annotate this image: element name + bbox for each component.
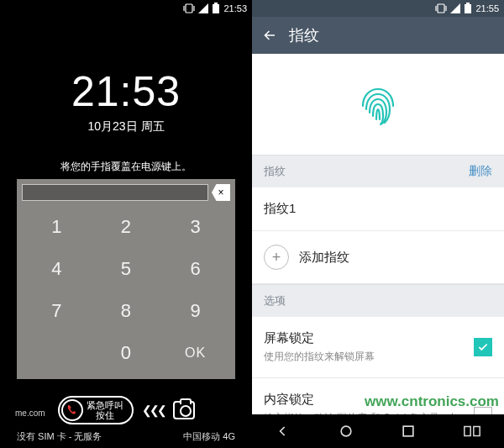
section-header-options: 选项 [252,284,504,317]
key-1[interactable]: 1 [22,206,92,248]
screen-lock-sub: 使用您的指纹来解锁屏幕 [264,350,464,364]
key-3[interactable]: 3 [160,206,230,248]
key-9[interactable]: 9 [160,290,230,332]
emergency-line1: 紧急呼叫 [87,400,123,410]
svg-rect-8 [465,4,471,13]
key-6[interactable]: 6 [160,248,230,290]
clock-date: 10月23日 周五 [0,119,252,134]
svg-rect-12 [465,427,470,436]
nav-back-icon[interactable] [275,423,291,440]
fingerprint-illustration [252,54,504,155]
sim-right: 中国移动 4G [183,430,235,443]
numeric-keypad: 1 2 3 4 5 6 7 8 9 0 OK [22,206,230,374]
vibrate-icon [435,3,447,13]
signal-icon [450,3,460,13]
screen-lock-title: 屏幕锁定 [264,330,464,346]
status-time: 21:53 [223,3,247,13]
key-7[interactable]: 7 [22,290,92,332]
status-bar-left: 21:53 [0,0,252,17]
key-8[interactable]: 8 [92,290,161,332]
nav-bar [252,414,504,448]
vibrate-icon [183,3,195,13]
nav-recent-icon[interactable] [400,423,417,440]
battery-icon [464,3,472,14]
fingerprint-settings-screen: 21:55 指纹 指纹 删除 指纹1 + 添加指纹 选项 [252,0,504,448]
pin-input[interactable] [22,184,208,201]
svg-rect-11 [403,426,413,436]
camera-icon[interactable] [173,401,195,419]
section-fp-label: 指纹 [264,164,286,179]
battery-icon [212,3,220,14]
backspace-key[interactable]: × [212,184,230,201]
sim-left: 没有 SIM 卡 - 无服务 [17,430,102,443]
status-time: 21:55 [475,3,499,13]
phone-icon [61,399,83,421]
fingerprint-icon [351,77,405,131]
svg-rect-9 [466,3,470,4]
clock-time: 21:53 [0,67,252,116]
svg-point-10 [341,426,351,436]
section-header-fingerprints: 指纹 删除 [252,155,504,187]
delete-link[interactable]: 删除 [469,164,492,179]
key-0[interactable]: 0 [92,332,161,374]
lock-bottom-row: 紧急呼叫 按住 ❮❮❮ [0,396,252,424]
signal-icon [198,3,208,13]
emergency-line2: 按住 [87,410,123,420]
backspace-icon: × [218,187,223,198]
key-4[interactable]: 4 [22,248,92,290]
sim-status-row: 没有 SIM 卡 - 无服务 中国移动 4G [0,430,252,443]
svg-rect-5 [438,4,444,13]
screen-lock-row[interactable]: 屏幕锁定 使用您的指纹来解锁屏幕 [252,317,504,378]
fingerprint-hint: 将您的手指覆盖在电源键上。 [0,160,252,174]
screen-lock-checkbox[interactable] [474,338,492,356]
nav-home-icon[interactable] [338,423,354,440]
nav-dual-icon[interactable] [463,423,481,440]
add-fingerprint-label: 添加指纹 [299,250,349,266]
key-5[interactable]: 5 [92,248,161,290]
section-options-label: 选项 [264,293,286,308]
fingerprint-item-1[interactable]: 指纹1 [252,187,504,231]
svg-rect-4 [214,3,218,4]
svg-rect-13 [474,427,480,436]
content-lock-title: 内容锁定 [264,392,464,408]
titlebar-title: 指纹 [289,25,319,45]
pin-keypad-panel: × 1 2 3 4 5 6 7 8 9 0 OK [17,179,235,379]
key-blank [22,332,92,374]
check-icon [477,341,489,353]
svg-rect-3 [213,4,219,13]
plus-icon: + [264,245,289,270]
fingerprint-item-label: 指纹1 [264,201,296,217]
back-icon[interactable] [262,28,277,43]
lock-clock: 21:53 10月23日 周五 [0,67,252,134]
svg-rect-0 [186,4,192,13]
key-ok[interactable]: OK [160,332,230,374]
titlebar: 指纹 [252,17,504,54]
emergency-call-button[interactable]: 紧急呼叫 按住 [58,396,134,424]
add-fingerprint-row[interactable]: + 添加指纹 [252,231,504,284]
lock-screen: 21:53 21:53 10月23日 周五 将您的手指覆盖在电源键上。 × 1 … [0,0,252,448]
chevrons-icon: ❮❮❮ [142,403,165,417]
status-bar-right: 21:55 [252,0,504,17]
key-2[interactable]: 2 [92,206,161,248]
